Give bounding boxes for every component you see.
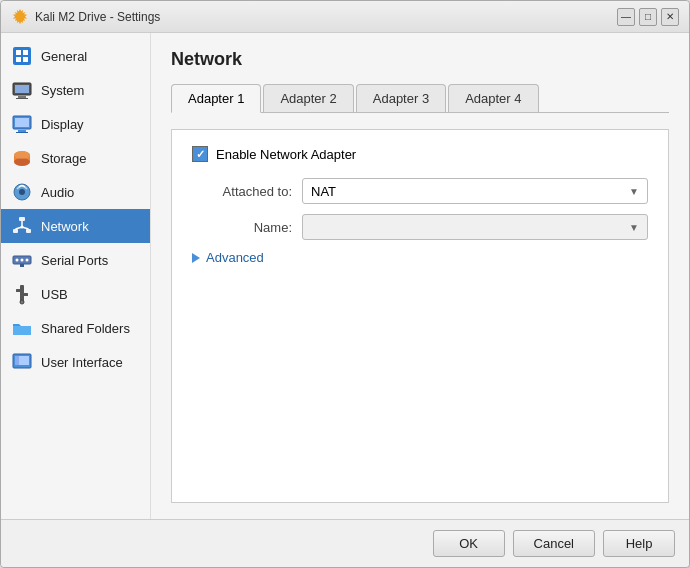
sidebar-label-network: Network (41, 219, 89, 234)
sidebar-label-sharedfolders: Shared Folders (41, 321, 130, 336)
sidebar-item-usb[interactable]: USB (1, 277, 150, 311)
svg-rect-10 (16, 98, 28, 99)
svg-point-29 (16, 259, 19, 262)
svg-rect-9 (18, 96, 26, 98)
display-icon (11, 113, 33, 135)
sidebar-item-serialports[interactable]: Serial Ports (1, 243, 150, 277)
minimize-button[interactable]: — (617, 8, 635, 26)
attached-to-label: Attached to: (192, 184, 302, 199)
sidebar-label-audio: Audio (41, 185, 74, 200)
svg-rect-6 (23, 57, 28, 62)
tab-adapter3[interactable]: Adapter 3 (356, 84, 446, 112)
close-button[interactable]: ✕ (661, 8, 679, 26)
form-area: ✓ Enable Network Adapter Attached to: NA… (171, 129, 669, 503)
attached-to-arrow-icon: ▼ (629, 186, 639, 197)
sidebar-label-display: Display (41, 117, 84, 132)
serialports-icon (11, 249, 33, 271)
svg-point-36 (20, 300, 24, 304)
tab-adapter1[interactable]: Adapter 1 (171, 84, 261, 113)
advanced-row[interactable]: Advanced (192, 250, 648, 265)
attached-to-value: NAT (311, 184, 336, 199)
title-text: Kali M2 Drive - Settings (35, 10, 160, 24)
settings-window: Kali M2 Drive - Settings — □ ✕ (0, 0, 690, 568)
svg-rect-3 (16, 50, 21, 55)
sidebar-item-network[interactable]: Network (1, 209, 150, 243)
tab-adapter4[interactable]: Adapter 4 (448, 84, 538, 112)
enable-network-label: Enable Network Adapter (216, 147, 356, 162)
sidebar-item-sharedfolders[interactable]: Shared Folders (1, 311, 150, 345)
userinterface-icon (11, 351, 33, 373)
enable-network-checkbox[interactable]: ✓ (192, 146, 208, 162)
sidebar-item-storage[interactable]: Storage (1, 141, 150, 175)
svg-rect-34 (16, 289, 21, 292)
attached-to-dropdown[interactable]: NAT ▼ (302, 178, 648, 204)
sidebar-item-general[interactable]: General (1, 39, 150, 73)
tabs-container: Adapter 1 Adapter 2 Adapter 3 Adapter 4 (171, 84, 669, 113)
sidebar-label-userinterface: User Interface (41, 355, 123, 370)
sharedfolders-icon (11, 317, 33, 339)
svg-point-27 (21, 226, 24, 229)
title-bar: Kali M2 Drive - Settings — □ ✕ (1, 1, 689, 33)
svg-rect-14 (16, 132, 28, 133)
help-button[interactable]: Help (603, 530, 675, 557)
storage-icon (11, 147, 33, 169)
system-icon (11, 79, 33, 101)
section-title: Network (171, 49, 669, 70)
sidebar-item-display[interactable]: Display (1, 107, 150, 141)
checkbox-checkmark: ✓ (196, 148, 205, 161)
svg-point-31 (26, 259, 29, 262)
general-icon (11, 45, 33, 67)
title-bar-left: Kali M2 Drive - Settings (11, 8, 160, 26)
tab-adapter2[interactable]: Adapter 2 (263, 84, 353, 112)
ok-button[interactable]: OK (433, 530, 505, 557)
svg-rect-12 (15, 118, 29, 127)
svg-marker-1 (13, 8, 27, 23)
svg-rect-39 (15, 356, 19, 365)
svg-rect-13 (18, 130, 26, 132)
sidebar-label-usb: USB (41, 287, 68, 302)
title-controls: — □ ✕ (617, 8, 679, 26)
sidebar-label-serialports: Serial Ports (41, 253, 108, 268)
sidebar-label-storage: Storage (41, 151, 87, 166)
maximize-button[interactable]: □ (639, 8, 657, 26)
sidebar-label-general: General (41, 49, 87, 64)
svg-rect-32 (20, 264, 24, 267)
app-icon (11, 8, 29, 26)
svg-point-17 (14, 158, 30, 166)
svg-point-30 (21, 259, 24, 262)
sidebar-label-system: System (41, 83, 84, 98)
sidebar-item-system[interactable]: System (1, 73, 150, 107)
window-body: General System (1, 33, 689, 519)
svg-rect-23 (26, 229, 31, 233)
svg-rect-4 (23, 50, 28, 55)
sidebar-item-userinterface[interactable]: User Interface (1, 345, 150, 379)
network-icon (11, 215, 33, 237)
usb-icon (11, 283, 33, 305)
name-dropdown[interactable]: ▼ (302, 214, 648, 240)
advanced-label: Advanced (206, 250, 264, 265)
name-arrow-icon: ▼ (629, 222, 639, 233)
sidebar: General System (1, 33, 151, 519)
audio-icon (11, 181, 33, 203)
attached-to-row: Attached to: NAT ▼ (192, 178, 648, 204)
svg-rect-35 (23, 293, 28, 296)
main-content: Network Adapter 1 Adapter 2 Adapter 3 Ad… (151, 33, 689, 519)
advanced-expand-icon (192, 253, 200, 263)
svg-point-18 (14, 151, 30, 159)
name-label: Name: (192, 220, 302, 235)
cancel-button[interactable]: Cancel (513, 530, 595, 557)
sidebar-item-audio[interactable]: Audio (1, 175, 150, 209)
svg-rect-22 (13, 229, 18, 233)
svg-rect-5 (16, 57, 21, 62)
footer: OK Cancel Help (1, 519, 689, 567)
svg-rect-21 (19, 217, 25, 221)
enable-network-row: ✓ Enable Network Adapter (192, 146, 648, 162)
svg-point-20 (19, 189, 25, 195)
svg-rect-8 (15, 85, 29, 93)
svg-rect-2 (13, 47, 31, 65)
name-row: Name: ▼ (192, 214, 648, 240)
